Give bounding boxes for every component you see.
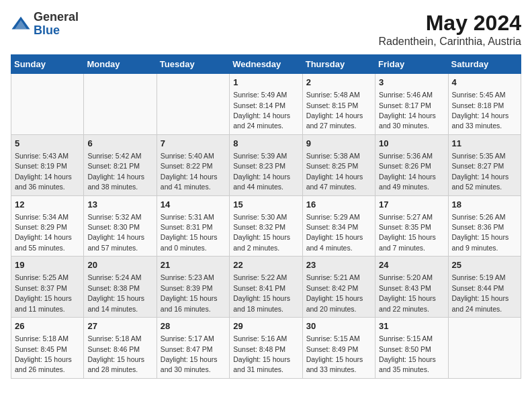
calendar-cell: 16Sunrise: 5:29 AM Sunset: 8:34 PM Dayli…: [302, 195, 375, 257]
day-number: 24: [379, 259, 444, 271]
calendar-cell: [84, 74, 157, 135]
calendar-body: 1Sunrise: 5:49 AM Sunset: 8:14 PM Daylig…: [11, 74, 521, 379]
day-info: Sunrise: 5:42 AM Sunset: 8:21 PM Dayligh…: [87, 152, 144, 191]
day-number: 31: [379, 320, 444, 332]
day-info: Sunrise: 5:24 AM Sunset: 8:38 PM Dayligh…: [87, 273, 144, 312]
calendar-cell: 14Sunrise: 5:31 AM Sunset: 8:31 PM Dayli…: [157, 195, 229, 257]
calendar-cell: 20Sunrise: 5:24 AM Sunset: 8:38 PM Dayli…: [84, 257, 157, 318]
day-info: Sunrise: 5:18 AM Sunset: 8:45 PM Dayligh…: [15, 334, 72, 373]
logo-icon: [11, 14, 31, 34]
day-number: 26: [15, 320, 80, 332]
weekday-header-sunday: Sunday: [11, 55, 84, 74]
day-number: 29: [233, 320, 298, 332]
day-info: Sunrise: 5:15 AM Sunset: 8:50 PM Dayligh…: [379, 334, 436, 373]
calendar-cell: 8Sunrise: 5:39 AM Sunset: 8:23 PM Daylig…: [230, 134, 302, 195]
day-info: Sunrise: 5:40 AM Sunset: 8:22 PM Dayligh…: [161, 152, 218, 191]
calendar-header: SundayMondayTuesdayWednesdayThursdayFrid…: [11, 55, 521, 74]
calendar-cell: 27Sunrise: 5:18 AM Sunset: 8:46 PM Dayli…: [84, 318, 157, 379]
calendar-cell: 9Sunrise: 5:38 AM Sunset: 8:25 PM Daylig…: [302, 134, 375, 195]
calendar-cell: 30Sunrise: 5:15 AM Sunset: 8:49 PM Dayli…: [302, 318, 375, 379]
day-info: Sunrise: 5:19 AM Sunset: 8:44 PM Dayligh…: [452, 273, 509, 312]
day-info: Sunrise: 5:35 AM Sunset: 8:27 PM Dayligh…: [452, 152, 509, 191]
day-info: Sunrise: 5:21 AM Sunset: 8:42 PM Dayligh…: [306, 273, 363, 312]
day-info: Sunrise: 5:39 AM Sunset: 8:23 PM Dayligh…: [233, 152, 290, 191]
day-number: 11: [452, 138, 517, 150]
weekday-header-friday: Friday: [375, 55, 448, 74]
week-row-3: 12Sunrise: 5:34 AM Sunset: 8:29 PM Dayli…: [11, 195, 521, 257]
logo-text: General Blue: [34, 11, 79, 38]
day-info: Sunrise: 5:27 AM Sunset: 8:35 PM Dayligh…: [379, 213, 436, 252]
day-info: Sunrise: 5:18 AM Sunset: 8:46 PM Dayligh…: [87, 334, 144, 373]
calendar-cell: [11, 74, 84, 135]
logo-blue-label: Blue: [34, 24, 79, 38]
calendar-cell: [448, 318, 521, 379]
weekday-header-monday: Monday: [84, 55, 157, 74]
day-info: Sunrise: 5:20 AM Sunset: 8:43 PM Dayligh…: [379, 273, 436, 312]
day-number: 16: [306, 199, 371, 211]
day-number: 7: [161, 138, 226, 150]
calendar-cell: 2Sunrise: 5:48 AM Sunset: 8:15 PM Daylig…: [302, 74, 375, 135]
calendar-cell: 29Sunrise: 5:16 AM Sunset: 8:48 PM Dayli…: [230, 318, 302, 379]
day-info: Sunrise: 5:26 AM Sunset: 8:36 PM Dayligh…: [452, 213, 509, 252]
calendar-cell: 23Sunrise: 5:21 AM Sunset: 8:42 PM Dayli…: [302, 257, 375, 318]
calendar-cell: 18Sunrise: 5:26 AM Sunset: 8:36 PM Dayli…: [448, 195, 521, 257]
day-number: 20: [87, 259, 152, 271]
day-info: Sunrise: 5:22 AM Sunset: 8:41 PM Dayligh…: [233, 273, 290, 312]
day-info: Sunrise: 5:36 AM Sunset: 8:26 PM Dayligh…: [379, 152, 436, 191]
calendar-cell: [157, 74, 229, 135]
day-number: 1: [233, 77, 298, 89]
calendar-cell: 10Sunrise: 5:36 AM Sunset: 8:26 PM Dayli…: [375, 134, 448, 195]
day-info: Sunrise: 5:23 AM Sunset: 8:39 PM Dayligh…: [161, 273, 218, 312]
calendar-cell: 19Sunrise: 5:25 AM Sunset: 8:37 PM Dayli…: [11, 257, 84, 318]
header: General Blue May 2024 Radenthein, Carint…: [11, 11, 521, 48]
calendar-cell: 15Sunrise: 5:30 AM Sunset: 8:32 PM Dayli…: [230, 195, 302, 257]
day-number: 6: [87, 138, 152, 150]
day-info: Sunrise: 5:34 AM Sunset: 8:29 PM Dayligh…: [15, 213, 72, 252]
day-number: 17: [379, 199, 444, 211]
weekday-header-wednesday: Wednesday: [230, 55, 302, 74]
calendar-cell: 6Sunrise: 5:42 AM Sunset: 8:21 PM Daylig…: [84, 134, 157, 195]
day-number: 15: [233, 199, 298, 211]
weekday-header-tuesday: Tuesday: [157, 55, 229, 74]
day-info: Sunrise: 5:17 AM Sunset: 8:47 PM Dayligh…: [161, 334, 218, 373]
week-row-5: 26Sunrise: 5:18 AM Sunset: 8:45 PM Dayli…: [11, 318, 521, 379]
day-number: 22: [233, 259, 298, 271]
calendar-cell: 22Sunrise: 5:22 AM Sunset: 8:41 PM Dayli…: [230, 257, 302, 318]
day-number: 30: [306, 320, 371, 332]
calendar-cell: 3Sunrise: 5:46 AM Sunset: 8:17 PM Daylig…: [375, 74, 448, 135]
day-number: 14: [161, 199, 226, 211]
calendar-cell: 17Sunrise: 5:27 AM Sunset: 8:35 PM Dayli…: [375, 195, 448, 257]
week-row-1: 1Sunrise: 5:49 AM Sunset: 8:14 PM Daylig…: [11, 74, 521, 135]
day-info: Sunrise: 5:30 AM Sunset: 8:32 PM Dayligh…: [233, 213, 290, 252]
calendar-cell: 7Sunrise: 5:40 AM Sunset: 8:22 PM Daylig…: [157, 134, 229, 195]
week-row-2: 5Sunrise: 5:43 AM Sunset: 8:19 PM Daylig…: [11, 134, 521, 195]
calendar-cell: 5Sunrise: 5:43 AM Sunset: 8:19 PM Daylig…: [11, 134, 84, 195]
day-info: Sunrise: 5:45 AM Sunset: 8:18 PM Dayligh…: [452, 91, 509, 130]
day-info: Sunrise: 5:29 AM Sunset: 8:34 PM Dayligh…: [306, 213, 363, 252]
weekday-header-thursday: Thursday: [302, 55, 375, 74]
day-info: Sunrise: 5:25 AM Sunset: 8:37 PM Dayligh…: [15, 273, 72, 312]
day-info: Sunrise: 5:32 AM Sunset: 8:30 PM Dayligh…: [87, 213, 144, 252]
calendar-cell: 21Sunrise: 5:23 AM Sunset: 8:39 PM Dayli…: [157, 257, 229, 318]
day-number: 23: [306, 259, 371, 271]
day-info: Sunrise: 5:31 AM Sunset: 8:31 PM Dayligh…: [161, 213, 218, 252]
day-number: 8: [233, 138, 298, 150]
header-row: SundayMondayTuesdayWednesdayThursdayFrid…: [11, 55, 521, 74]
day-number: 19: [15, 259, 80, 271]
day-number: 28: [161, 320, 226, 332]
calendar-cell: 12Sunrise: 5:34 AM Sunset: 8:29 PM Dayli…: [11, 195, 84, 257]
weekday-header-saturday: Saturday: [448, 55, 521, 74]
calendar-cell: 31Sunrise: 5:15 AM Sunset: 8:50 PM Dayli…: [375, 318, 448, 379]
day-number: 13: [87, 199, 152, 211]
day-number: 21: [161, 259, 226, 271]
day-info: Sunrise: 5:46 AM Sunset: 8:17 PM Dayligh…: [379, 91, 436, 130]
calendar-cell: 13Sunrise: 5:32 AM Sunset: 8:30 PM Dayli…: [84, 195, 157, 257]
day-info: Sunrise: 5:43 AM Sunset: 8:19 PM Dayligh…: [15, 152, 72, 191]
calendar-cell: 26Sunrise: 5:18 AM Sunset: 8:45 PM Dayli…: [11, 318, 84, 379]
title-area: May 2024 Radenthein, Carinthia, Austria: [378, 11, 521, 48]
day-info: Sunrise: 5:48 AM Sunset: 8:15 PM Dayligh…: [306, 91, 363, 130]
logo-general-label: General: [34, 11, 79, 24]
day-number: 9: [306, 138, 371, 150]
logo: General Blue: [11, 11, 79, 38]
calendar-cell: 11Sunrise: 5:35 AM Sunset: 8:27 PM Dayli…: [448, 134, 521, 195]
